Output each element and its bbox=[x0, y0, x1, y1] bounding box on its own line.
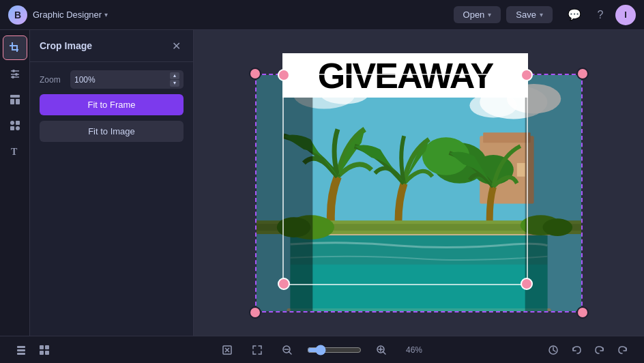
image-handle-top-right[interactable] bbox=[576, 68, 589, 80]
more-history-button[interactable] bbox=[613, 340, 633, 360]
elements-tool-button[interactable] bbox=[3, 113, 27, 138]
text-tool-button[interactable]: T bbox=[3, 139, 27, 164]
app-name-chevron-icon: ▾ bbox=[104, 11, 108, 18]
zoom-percent-display: 46% bbox=[401, 345, 427, 355]
image-handle-bottom-left[interactable] bbox=[249, 306, 261, 319]
app-name-label: Graphic Designer bbox=[33, 10, 102, 20]
zoom-label: Zoom bbox=[40, 75, 63, 85]
svg-rect-49 bbox=[45, 345, 49, 349]
svg-point-9 bbox=[12, 76, 14, 78]
svg-rect-46 bbox=[17, 349, 25, 351]
svg-rect-12 bbox=[16, 99, 20, 104]
svg-rect-25 bbox=[483, 132, 530, 143]
crop-panel: Crop Image ✕ Zoom 100% ▴ ▾ Fit to Frame bbox=[30, 30, 194, 336]
svg-rect-50 bbox=[40, 351, 44, 355]
comments-button[interactable]: 💬 bbox=[564, 4, 585, 26]
svg-rect-43 bbox=[257, 75, 312, 311]
help-button[interactable]: ? bbox=[589, 4, 611, 26]
zoom-slider[interactable] bbox=[307, 345, 362, 355]
svg-rect-3 bbox=[10, 45, 16, 46]
image-handle-top-left[interactable] bbox=[249, 68, 261, 80]
image-frame[interactable] bbox=[255, 74, 583, 313]
save-chevron-icon: ▾ bbox=[540, 11, 543, 18]
grid-view-button[interactable] bbox=[34, 340, 55, 360]
close-icon: ✕ bbox=[172, 40, 181, 53]
svg-rect-2 bbox=[16, 45, 18, 52]
app-name-dropdown[interactable]: Graphic Designer ▾ bbox=[33, 10, 108, 20]
open-button[interactable]: Open ▾ bbox=[454, 6, 501, 23]
giveaway-banner[interactable]: GIVEAWAY bbox=[282, 53, 528, 98]
svg-text:T: T bbox=[11, 147, 18, 157]
bottom-right-actions bbox=[543, 340, 633, 360]
svg-point-16 bbox=[16, 126, 20, 130]
svg-rect-28 bbox=[517, 163, 525, 177]
svg-rect-11 bbox=[10, 99, 14, 104]
redo-button[interactable] bbox=[589, 340, 610, 360]
svg-rect-45 bbox=[17, 346, 25, 348]
svg-rect-51 bbox=[45, 351, 49, 355]
undo-button[interactable] bbox=[566, 340, 587, 360]
zoom-row: Zoom 100% ▴ ▾ bbox=[40, 70, 184, 89]
crop-tool-button[interactable] bbox=[3, 35, 27, 60]
layers-button[interactable] bbox=[11, 340, 31, 360]
svg-rect-15 bbox=[10, 126, 14, 130]
zoom-spinners: ▴ ▾ bbox=[170, 72, 179, 87]
fit-content-bottom-button[interactable] bbox=[247, 340, 267, 360]
zoom-up-button[interactable]: ▴ bbox=[170, 72, 179, 79]
svg-line-54 bbox=[289, 351, 291, 354]
fit-to-frame-button[interactable]: Fit to Frame bbox=[40, 94, 184, 115]
fit-to-image-label: Fit to Image bbox=[88, 126, 135, 136]
zoom-out-button[interactable] bbox=[277, 340, 297, 360]
panel-title: Crop Image bbox=[40, 40, 92, 51]
app-logo[interactable]: B bbox=[8, 5, 27, 25]
fit-to-image-button[interactable]: Fit to Image bbox=[40, 121, 184, 142]
svg-rect-14 bbox=[16, 121, 20, 125]
layout-tool-button[interactable] bbox=[3, 87, 27, 112]
fit-frame-bottom-button[interactable] bbox=[217, 340, 237, 360]
svg-rect-47 bbox=[17, 353, 25, 355]
zoom-in-button[interactable] bbox=[371, 340, 392, 360]
bottom-left-actions bbox=[11, 340, 55, 360]
main-area: T Crop Image ✕ Zoom 100% ▴ ▾ bbox=[0, 30, 644, 336]
fit-to-frame-label: Fit to Frame bbox=[87, 100, 135, 110]
zoom-down-button[interactable]: ▾ bbox=[170, 80, 179, 87]
svg-point-13 bbox=[10, 121, 14, 125]
sidebar-section: Zoom 100% ▴ ▾ Fit to Frame Fit to Image bbox=[30, 62, 193, 150]
topbar-actions: 💬 ? I bbox=[564, 4, 636, 26]
adjust-tool-button[interactable] bbox=[3, 61, 27, 86]
svg-rect-44 bbox=[525, 75, 581, 311]
bottombar: 46% bbox=[0, 336, 644, 363]
user-avatar[interactable]: I bbox=[615, 5, 636, 25]
svg-point-7 bbox=[15, 73, 18, 76]
save-label: Save bbox=[516, 10, 536, 20]
svg-rect-10 bbox=[10, 95, 20, 98]
zoom-input-wrap[interactable]: 100% ▴ ▾ bbox=[70, 70, 184, 89]
image-handle-bottom-right[interactable] bbox=[576, 306, 589, 319]
pool-image bbox=[257, 75, 581, 311]
sidebar-header: Crop Image ✕ bbox=[30, 30, 193, 62]
design-canvas: GIVEAWAY bbox=[255, 53, 583, 313]
svg-point-5 bbox=[12, 70, 15, 72]
logo-initial: B bbox=[14, 10, 21, 20]
topbar: B Graphic Designer ▾ Open ▾ Save ▾ 💬 ? I bbox=[0, 0, 644, 30]
giveaway-text: GIVEAWAY bbox=[318, 55, 493, 96]
save-button[interactable]: Save ▾ bbox=[506, 6, 553, 23]
icon-bar: T bbox=[0, 30, 30, 336]
svg-rect-48 bbox=[40, 345, 44, 349]
svg-rect-36 bbox=[291, 265, 548, 311]
open-label: Open bbox=[463, 10, 485, 20]
zoom-slider-container[interactable] bbox=[307, 345, 362, 355]
history-button[interactable] bbox=[543, 340, 564, 360]
open-chevron-icon: ▾ bbox=[488, 11, 491, 18]
svg-line-57 bbox=[383, 351, 385, 354]
panel-close-button[interactable]: ✕ bbox=[169, 38, 184, 53]
canvas-area[interactable]: GIVEAWAY bbox=[194, 30, 644, 336]
zoom-value: 100% bbox=[74, 75, 167, 85]
